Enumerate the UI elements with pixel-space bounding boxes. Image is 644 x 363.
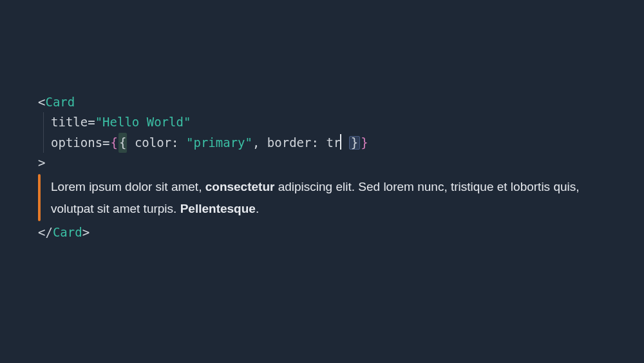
code-block: <Card title="Hello World" options={{ col… xyxy=(38,92,606,242)
code-line-close-tag: </Card> xyxy=(38,222,606,242)
code-line-title-attr: title="Hello World" xyxy=(38,112,606,132)
angle-open: < xyxy=(38,95,45,109)
code-line-gt: > xyxy=(38,153,606,173)
brace-outer-open: { xyxy=(110,133,118,153)
brace-inner-open: { xyxy=(118,133,127,153)
code-line-options-attr: options={{ color: "primary", border: tr … xyxy=(38,133,606,153)
prose-bold-2: Pellentesque xyxy=(180,202,256,215)
tag-name: Card xyxy=(45,95,75,109)
attr-options: options xyxy=(51,135,102,150)
brace-inner-close: } xyxy=(349,136,360,150)
key-border: border xyxy=(267,135,312,150)
border-partial: tr xyxy=(326,135,341,150)
title-value: "Hello World" xyxy=(95,115,191,129)
color-value: "primary" xyxy=(186,135,252,150)
prose-accent-bar xyxy=(38,174,41,221)
attr-title: title xyxy=(51,115,88,129)
key-color: color xyxy=(135,135,171,150)
brace-outer-close: } xyxy=(360,133,368,153)
prose-bold-1: consectetur xyxy=(205,180,275,193)
prose-text: Lorem ipsum dolor sit amet, consectetur … xyxy=(51,174,606,221)
prose-block: Lorem ipsum dolor sit amet, consectetur … xyxy=(38,174,606,221)
code-line-open-tag: <Card xyxy=(38,92,606,112)
